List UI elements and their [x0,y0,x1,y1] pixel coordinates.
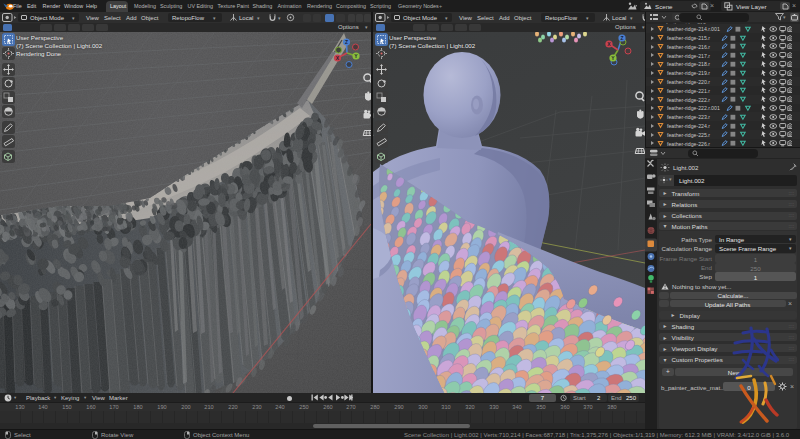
svg-text:Z: Z [620,35,623,41]
svg-text:Z: Z [345,39,348,45]
